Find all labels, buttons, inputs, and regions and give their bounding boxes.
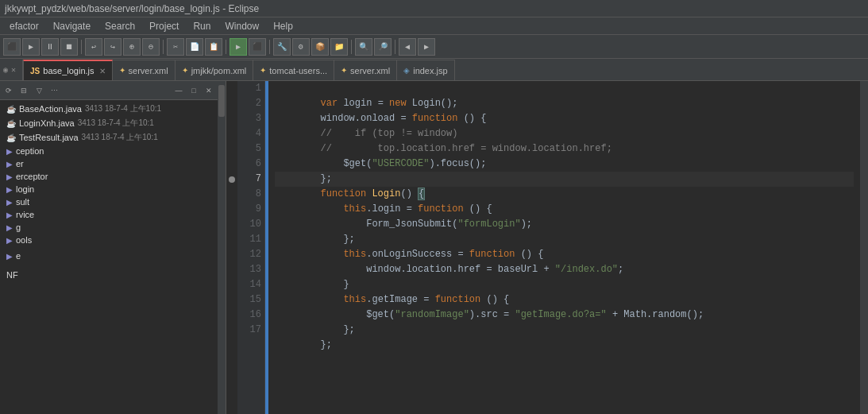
menu-refactor[interactable]: efactor [3, 19, 45, 33]
file-item-g[interactable]: ▶ g [0, 221, 218, 234]
tab-pom-xml[interactable]: ✦ jmjkk/pom.xml [176, 60, 254, 80]
toolbar-sep-6 [395, 40, 395, 54]
file-item-er[interactable]: ▶ er [0, 157, 218, 170]
gutter-line-2 [226, 96, 237, 111]
left-tb-sync[interactable]: ⟳ [2, 83, 16, 98]
tab-server-xml[interactable]: ✦ server.xml [113, 60, 176, 80]
menu-search[interactable]: Search [98, 19, 141, 33]
toolbar-btn-19[interactable]: ◀ [399, 38, 416, 56]
tab-server-xml2[interactable]: ✦ server.xml [334, 60, 397, 80]
line-num-6: 6 [241, 157, 261, 172]
scrollbar-thumb[interactable] [218, 85, 225, 117]
line-num-12: 12 [241, 247, 261, 262]
tab-server-xml2-label: server.xml [350, 66, 390, 75]
tab-index-jsp[interactable]: ◈ index.jsp [397, 60, 454, 80]
menu-run[interactable]: Run [187, 19, 217, 33]
code-line-17: }; [275, 323, 854, 338]
gutter-line-9 [226, 202, 237, 217]
tab-index-jsp-label: index.jsp [413, 66, 447, 75]
file-item-ception[interactable]: ▶ ception [0, 145, 218, 157]
file-item-e[interactable]: ▶ e [0, 250, 218, 262]
toolbar-btn-15[interactable]: 📦 [311, 38, 329, 56]
gutter-line-5 [226, 141, 237, 157]
file-item-baseaction[interactable]: ☕ BaseAction.java 3413 18-7-4 上午10:1 [0, 102, 218, 116]
file-item-rvice[interactable]: ▶ rvice [0, 208, 218, 221]
toolbar-btn-8[interactable]: ⊖ [142, 38, 160, 56]
gutter-line-8 [226, 187, 237, 202]
toolbar-btn-7[interactable]: ⊕ [123, 38, 141, 56]
left-tb-dots[interactable]: ⋯ [47, 83, 61, 98]
toolbar-btn-3[interactable]: ⏸ [41, 38, 59, 56]
toolbar-btn-5[interactable]: ↩ [85, 38, 102, 56]
gutter-line-7 [226, 172, 237, 187]
main-layout: ⟳ ⊟ ▽ ⋯ — □ ✕ ☕ BaseAction.java 3413 18-… [0, 81, 868, 414]
toolbar-btn-14[interactable]: ⚙ [292, 38, 310, 56]
menu-window[interactable]: Window [218, 19, 265, 33]
left-tb-maximize[interactable]: □ [187, 83, 201, 98]
folder-icon-8: ▶ [6, 236, 13, 245]
tab-xml-icon-3: ✦ [260, 66, 266, 75]
tab-base-login-close[interactable]: ✕ [99, 67, 106, 75]
left-toolbar: ⟳ ⊟ ▽ ⋯ — □ ✕ [0, 81, 218, 100]
gutter-line-17 [226, 323, 237, 338]
toolbar-btn-1[interactable]: ⬛ [3, 38, 21, 56]
gutter-line-3 [226, 111, 237, 126]
left-tb-minimize[interactable]: — [172, 83, 186, 98]
line-num-13: 13 [241, 262, 261, 277]
toolbar-btn-18[interactable]: 🔎 [374, 38, 392, 56]
toolbar-sep-5 [351, 40, 352, 54]
folder-icon-6: ▶ [6, 211, 13, 219]
toolbar-btn-4[interactable]: ⏹ [60, 38, 78, 56]
line-num-8: 8 [241, 187, 261, 202]
menu-project[interactable]: Project [143, 19, 185, 33]
tab-server-xml-label: server.xml [129, 66, 168, 75]
toolbar-run-btn[interactable]: ▶ [230, 38, 247, 56]
toolbar-btn-12[interactable]: ⬛ [249, 38, 266, 56]
menu-navigate[interactable]: Navigate [47, 19, 97, 33]
folder-icon: ▶ [6, 147, 13, 156]
toolbar-btn-20[interactable]: ▶ [418, 38, 435, 56]
left-tb-close[interactable]: ✕ [202, 83, 216, 98]
file-item-testresult[interactable]: ☕ TestResult.java 3413 18-7-4 上午10:1 [0, 130, 218, 145]
right-scrollbar[interactable] [860, 81, 868, 414]
menu-help[interactable]: Help [267, 19, 299, 33]
line-num-14: 14 [241, 277, 261, 292]
toolbar-btn-11[interactable]: 📋 [205, 38, 222, 56]
toolbar-btn-16[interactable]: 📁 [330, 38, 348, 56]
line-num-17: 17 [241, 323, 261, 338]
left-tb-filter[interactable]: ▽ [32, 83, 46, 98]
file-list: ☕ BaseAction.java 3413 18-7-4 上午10:1 ☕ L… [0, 100, 218, 283]
folder-icon-5: ▶ [6, 198, 13, 207]
tab-base-login-label: base_login.js [43, 66, 94, 75]
tab-base-login[interactable]: JS base_login.js ✕ [23, 60, 112, 80]
toolbar-btn-9[interactable]: ✂ [167, 38, 184, 56]
toolbar-btn-13[interactable]: 🔧 [273, 38, 291, 56]
file-item-ools[interactable]: ▶ ools [0, 234, 218, 246]
tab-xml-icon-1: ✦ [119, 66, 125, 75]
file-item-nf[interactable]: NF [0, 269, 218, 281]
gutter-line-14 [226, 277, 237, 292]
line-numbers: 1 2 3 4 5 6 7 8 9 10 11 12 13 14 15 16 1… [237, 81, 265, 414]
code-content[interactable]: var login = new Login(); window.onload =… [268, 81, 860, 414]
left-tb-collapse[interactable]: ⊟ [17, 83, 31, 98]
line-num-16: 16 [241, 308, 261, 323]
tab-tomcat-users[interactable]: ✦ tomcat-users... [253, 60, 334, 80]
gutter [226, 81, 237, 414]
file-item-sult[interactable]: ▶ sult [0, 195, 218, 208]
gutter-line-1 [226, 81, 237, 96]
code-line-11: this.onLoginSuccess = function () { [275, 232, 854, 247]
left-scrollbar[interactable] [218, 81, 226, 414]
toolbar-btn-10[interactable]: 📄 [186, 38, 203, 56]
toolbar-btn-17[interactable]: 🔍 [355, 38, 372, 56]
java-icon: ☕ [6, 105, 16, 114]
file-item-login[interactable]: ▶ login [0, 183, 218, 195]
line-num-11: 11 [241, 232, 261, 247]
toolbar-btn-6[interactable]: ↪ [104, 38, 122, 56]
line-num-10: 10 [241, 217, 261, 232]
file-item-erceptor[interactable]: ▶ erceptor [0, 170, 218, 183]
toolbar-btn-2[interactable]: ▶ [22, 38, 40, 56]
left-panel-tab-close[interactable]: ✕ [11, 65, 16, 75]
left-panel-scroll: ⟳ ⊟ ▽ ⋯ — □ ✕ ☕ BaseAction.java 3413 18-… [0, 81, 226, 414]
file-item-loginxnh[interactable]: ☕ LoginXnh.java 3413 18-7-4 上午10:1 [0, 116, 218, 130]
line-num-5: 5 [241, 141, 261, 157]
